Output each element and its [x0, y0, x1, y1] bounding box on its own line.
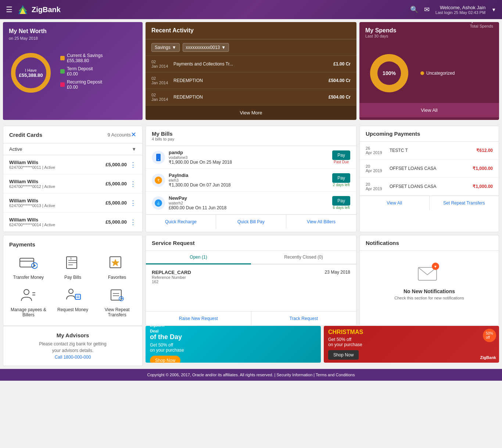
manage-payees-item[interactable]: Manage payees & Billers [9, 286, 48, 317]
ra-row-2: 02Jan 2014 REDEMPTION £504.00 Cr [146, 89, 356, 106]
hamburger-menu[interactable]: ☰ [6, 5, 12, 14]
service-footer: Raise New Request Track Request [146, 311, 356, 326]
quick-bill-pay-button[interactable]: Quick Bill Pay [216, 215, 286, 229]
bill-amount-2: £800.00 Due On 11 Jun 2018 [169, 205, 329, 210]
cc-menu-0[interactable]: ⋮ [130, 161, 136, 169]
payments-grid: Transfer Money $ Pay Bills [9, 253, 136, 317]
service-tab-closed[interactable]: Recently Closed (0) [251, 251, 356, 264]
advisors-text-1: Please contact zig bank for getting [9, 341, 136, 346]
cc-menu-1[interactable]: ⋮ [130, 180, 136, 188]
bill-name-2: NewPay [169, 195, 329, 201]
ra-row-0: 02Jan 2014 Payments and Collections Tr..… [146, 56, 356, 72]
view-repeat-transfers-item[interactable]: View Repeat Transfers [98, 286, 136, 317]
banner-red-desc: Get 50% offon your purchase [328, 337, 363, 347]
legend-label-0: Current & Savings [67, 53, 103, 58]
service-row-0: REPLACE_CARD Reference Number162 23 May … [146, 264, 356, 289]
upcoming-date-0: 26Apr 2019 [366, 146, 390, 155]
request-money-item[interactable]: Request Money [54, 286, 92, 317]
ra-row-1: 02Jan 2014 REDEMPTION £504.00 Cr [146, 72, 356, 89]
legend-amount-1: £0.00 [67, 71, 93, 77]
account-type-select[interactable]: Savings ▼ [151, 43, 180, 52]
bill-sub-0: vodafone3 [169, 155, 329, 160]
view-all-billers-button[interactable]: View All Billers [286, 215, 356, 229]
globe-icon: ₹ [154, 176, 163, 185]
legend-current-savings: Current & Savings £55,388.80 [60, 53, 137, 63]
track-request-button[interactable]: Track Request [251, 312, 356, 326]
recent-activity-card: Recent Activity Savings ▼ xxxxxxxxxxx001… [146, 22, 356, 120]
payments-title: Payments [9, 241, 136, 248]
quick-recharge-button[interactable]: Quick Recharge [146, 215, 216, 229]
cc-number-0: 624700******0011 | Active [9, 165, 105, 170]
cc-close-button[interactable]: ✕ [131, 131, 136, 139]
banner-teal-shop-button[interactable]: Shop Now [150, 356, 180, 363]
cc-row-2: William Wills 624700******0013 | Active … [3, 193, 142, 213]
mail-icon[interactable]: ✉ [424, 6, 430, 14]
bills-footer: Quick Recharge Quick Bill Pay View All B… [146, 214, 356, 229]
spends-legend: Uncategorized [420, 71, 455, 76]
spends-subtitle: Last 30 days [365, 34, 396, 38]
advisors-title: My Advisors [9, 332, 136, 338]
banner-teal: ZigBank Deal of the Day Get 50% offon yo… [146, 326, 321, 363]
service-tab-open[interactable]: Open (1) [146, 251, 251, 264]
upcoming-name-1: OFFSET LOANS CASA [390, 166, 473, 171]
cc-menu-2[interactable]: ⋮ [130, 199, 136, 207]
cc-menu-3[interactable]: ⋮ [130, 218, 136, 226]
notifications-header: Notifications [360, 235, 499, 251]
net-worth-legend: Current & Savings £55,388.80 Term Deposi… [60, 53, 137, 93]
bill-icon-0 [152, 151, 165, 164]
cc-name-0: William Wills [9, 160, 105, 165]
legend-label-2: Recurring Deposit [67, 79, 102, 85]
cc-number-3: 624700******0014 | Active [9, 223, 105, 227]
donut-center: I Have £55,388.80 [19, 68, 43, 78]
advisors-phone[interactable]: Call 1800-000-000 [9, 355, 136, 360]
banner-red: 50%off CHRISTMAS Get 50% offon your purc… [324, 326, 499, 363]
pay-button-1[interactable]: Pay [332, 173, 350, 183]
transfer-money-icon [17, 253, 39, 272]
ra-amount-2: £504.00 Cr [329, 95, 351, 100]
view-all-spends-button[interactable]: View All [359, 103, 499, 117]
banner-deal-label: Deal [150, 329, 184, 333]
svg-text:$: $ [70, 257, 72, 260]
banner-deal-sublabel: of the Day [150, 333, 184, 341]
svg-point-28 [69, 289, 73, 294]
bill-sub-2: waterh2 [169, 201, 329, 205]
request-money-label: Request Money [57, 307, 88, 312]
ra-date-1: 02Jan 2014 [151, 76, 173, 85]
donut-label: I Have [19, 68, 43, 72]
pay-bills-item[interactable]: $ Pay Bills [54, 253, 92, 280]
notifications-body: ♥ No New Notifications Check this sectio… [360, 251, 499, 311]
service-request-header: Service Request [146, 235, 356, 251]
legend-amount-2: £0.00 [67, 85, 102, 90]
bills-header: My Bills 4 bills to pay [146, 126, 356, 146]
search-icon[interactable]: 🔍 [410, 6, 418, 14]
pay-button-0[interactable]: Pay [332, 150, 350, 160]
user-menu[interactable]: Welcome, Ashok Jain Last login 25 May 02… [435, 5, 485, 15]
bill-amount-0: ₹1,900.00 Due On 25 May 2018 [169, 160, 329, 165]
view-all-upcoming-button[interactable]: View All [360, 196, 430, 210]
spends-donut: 100% [365, 49, 413, 97]
bill-row-1: ₹ PayIndia eleh3 ₹1,300.00 Due On 07 Jun… [146, 169, 356, 192]
phone-icon [154, 153, 163, 162]
bill-sub-1: eleh3 [169, 178, 329, 182]
pay-button-2[interactable]: Pay [332, 196, 350, 206]
transfer-money-item[interactable]: Transfer Money [9, 253, 48, 280]
account-number-select[interactable]: xxxxxxxxxxx0013 ▼ [183, 43, 229, 52]
bill-name-1: PayIndia [169, 173, 329, 178]
bill-name-0: pandp [169, 150, 329, 155]
payments-card: Payments Transfer Money [3, 235, 143, 326]
service-type-0: REPLACE_CARD [152, 270, 191, 275]
raise-new-request-button[interactable]: Raise New Request [146, 312, 251, 326]
ra-date-2: 02Jan 2014 [151, 93, 173, 102]
net-worth-card: My Net Worth on 25 May 2018 I Have I Owe… [3, 22, 143, 120]
my-spends-card: My Spends Last 30 days £1,499.00 Total S… [359, 22, 499, 120]
set-repeat-transfers-button[interactable]: Set Repeat Transfers [430, 196, 499, 210]
view-more-button[interactable]: View More [146, 106, 356, 120]
transfer-money-label: Transfer Money [13, 275, 44, 280]
cc-number-1: 624700******0012 | Active [9, 184, 105, 189]
bill-icon-1: ₹ [152, 174, 165, 187]
banner-red-shop-button[interactable]: Shop Now [328, 350, 359, 360]
favorites-item[interactable]: Favorites [98, 253, 136, 280]
pay-bills-icon: $ [62, 253, 84, 272]
cc-filter[interactable]: Active ▼ [3, 143, 142, 155]
svg-text:💧: 💧 [156, 201, 161, 206]
